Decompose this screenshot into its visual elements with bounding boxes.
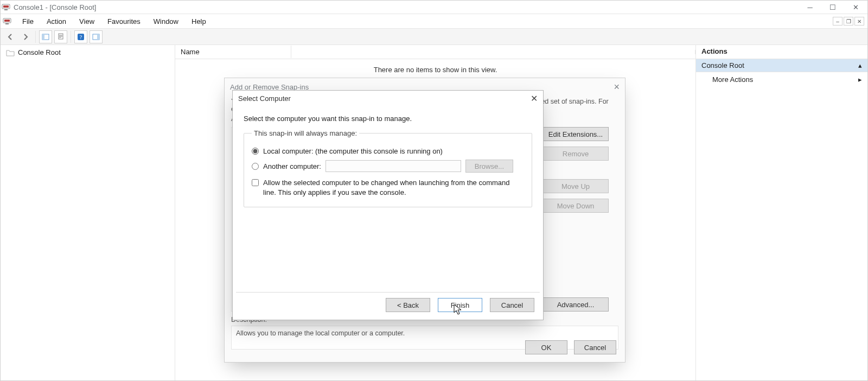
radio-another-label: Another computer: xyxy=(263,162,321,170)
details-empty: There are no items to show in this view. xyxy=(175,66,695,74)
chevron-up-icon: ▴ xyxy=(858,61,862,69)
actions-more-label: More Actions xyxy=(712,75,753,84)
window-title: Console1 - [Console Root] xyxy=(14,3,96,11)
svg-text:?: ? xyxy=(80,34,82,40)
show-tree-icon[interactable] xyxy=(39,30,52,43)
dialog-title: Select Computer xyxy=(238,94,291,103)
tree-root[interactable]: Console Root xyxy=(4,47,171,58)
manage-group: This snap-in will always manage: Local c… xyxy=(244,129,532,207)
minimize-icon[interactable]: ─ xyxy=(803,3,816,11)
browse-button: Browse... xyxy=(465,160,513,173)
actions-group[interactable]: Console Root ▴ xyxy=(696,59,867,72)
show-actions-icon[interactable] xyxy=(90,30,103,43)
ok-button[interactable]: OK xyxy=(525,340,567,354)
help-icon[interactable]: ? xyxy=(74,30,87,43)
cancel-button[interactable]: Cancel xyxy=(574,340,616,354)
close-icon[interactable]: × xyxy=(614,81,620,93)
allow-change-checkbox[interactable] xyxy=(252,179,259,186)
snapins-side-buttons: Edit Extensions... Remove Move Up Move D… xyxy=(542,127,618,312)
advanced-button[interactable]: Advanced... xyxy=(542,297,609,312)
menu-help[interactable]: Help xyxy=(186,15,212,28)
dialog-lead: Select the computer you want this snap-i… xyxy=(244,115,532,123)
mdi-close-icon[interactable]: ✕ xyxy=(854,17,864,26)
svg-rect-5 xyxy=(5,23,9,24)
actions-header: Actions xyxy=(696,45,867,59)
edit-extensions-button[interactable]: Edit Extensions... xyxy=(542,127,609,141)
move-down-button: Move Down xyxy=(542,199,609,213)
wizard-button-row: < Back Finish Cancel xyxy=(233,293,543,320)
remove-button: Remove xyxy=(542,147,609,161)
spacer xyxy=(233,207,543,292)
mdi-minimize-icon[interactable]: – xyxy=(833,17,843,26)
spacer xyxy=(542,218,618,292)
details-header: Name xyxy=(175,45,695,59)
actions-panel: Actions Console Root ▴ More Actions ▸ xyxy=(696,45,867,380)
menu-window[interactable]: Window xyxy=(148,15,184,28)
select-computer-dialog: Select Computer ✕ Select the computer yo… xyxy=(232,90,544,320)
menu-action[interactable]: Action xyxy=(41,15,72,28)
column-name[interactable]: Name xyxy=(175,46,291,58)
allow-change-row[interactable]: Allow the selected computer to be change… xyxy=(252,178,524,197)
radio-another-input[interactable] xyxy=(252,163,259,170)
window-controls: ─ ☐ ✕ xyxy=(803,3,866,11)
finish-button[interactable]: Finish xyxy=(438,298,482,312)
computer-name-input xyxy=(326,160,461,172)
toolbar-sep xyxy=(71,31,71,43)
tree-panel[interactable]: Console Root xyxy=(1,45,175,380)
svg-rect-12 xyxy=(97,34,99,40)
dialog-titlebar[interactable]: Select Computer ✕ xyxy=(233,91,543,107)
forward-icon[interactable] xyxy=(19,30,32,43)
back-icon[interactable] xyxy=(4,30,17,43)
mmc-icon xyxy=(3,17,11,26)
dialog-button-row: OK Cancel xyxy=(525,340,616,354)
radio-local[interactable]: Local computer: (the computer this conso… xyxy=(252,147,524,155)
manage-legend: This snap-in will always manage: xyxy=(252,129,359,137)
actions-more[interactable]: More Actions ▸ xyxy=(696,72,867,87)
svg-rect-4 xyxy=(4,20,10,22)
export-list-icon[interactable] xyxy=(54,30,67,43)
svg-rect-1 xyxy=(3,5,9,8)
toolbar: ? xyxy=(1,29,867,45)
actions-group-label: Console Root xyxy=(701,61,744,69)
radio-local-input[interactable] xyxy=(252,148,259,155)
maximize-icon[interactable]: ☐ xyxy=(826,3,839,11)
svg-rect-7 xyxy=(42,34,44,40)
close-icon[interactable]: ✕ xyxy=(531,93,538,104)
mdi-controls: – ❐ ✕ xyxy=(833,17,866,26)
svg-rect-2 xyxy=(4,9,8,10)
menu-favourites[interactable]: Favourites xyxy=(102,15,146,28)
menubar: File Action View Favourites Window Help … xyxy=(1,14,867,29)
move-up-button: Move Up xyxy=(542,179,609,193)
mdi-restore-icon[interactable]: ❐ xyxy=(844,17,853,26)
column-blank[interactable] xyxy=(291,50,695,54)
dialog-body: Select the computer you want this snap-i… xyxy=(233,107,543,207)
mmc-icon xyxy=(2,3,10,11)
menu-file[interactable]: File xyxy=(17,15,39,28)
menu-view[interactable]: View xyxy=(74,15,100,28)
allow-change-label: Allow the selected computer to be change… xyxy=(263,178,524,197)
radio-another-row: Another computer: Browse... xyxy=(252,160,524,173)
chevron-right-icon: ▸ xyxy=(858,75,862,84)
radio-another[interactable]: Another computer: xyxy=(252,162,321,170)
spacer xyxy=(542,166,618,174)
toolbar-sep xyxy=(35,31,36,43)
radio-local-label: Local computer: (the computer this conso… xyxy=(263,147,443,155)
titlebar: Console1 - [Console Root] ─ ☐ ✕ xyxy=(1,1,867,14)
folder-icon xyxy=(6,49,15,56)
cancel-button[interactable]: Cancel xyxy=(490,298,534,312)
tree-root-label: Console Root xyxy=(18,48,61,56)
close-icon[interactable]: ✕ xyxy=(849,3,862,11)
back-button[interactable]: < Back xyxy=(386,298,430,312)
